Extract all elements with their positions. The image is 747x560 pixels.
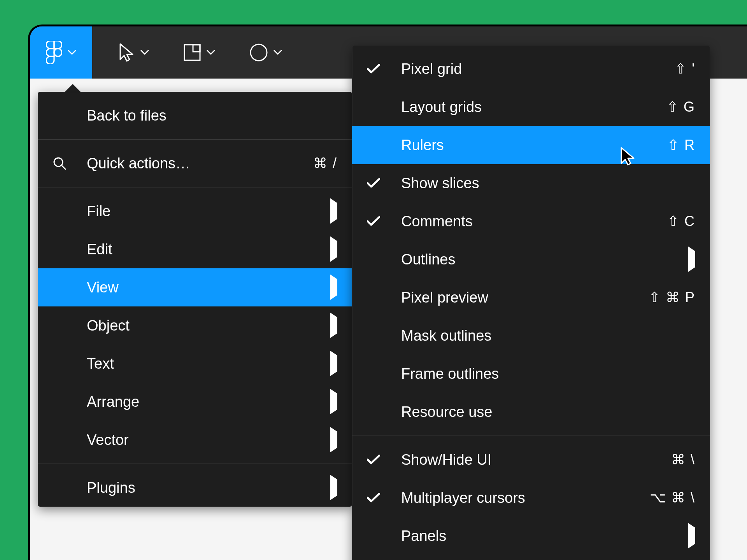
menu-divider: [38, 139, 352, 140]
menu-divider: [38, 464, 352, 464]
submenu-arrow-icon: [330, 203, 337, 219]
chevron-down-icon: [140, 50, 149, 55]
menu-item-label: Resource use: [401, 404, 695, 420]
menu-item-shortcut: ⇧ G: [666, 99, 695, 115]
ellipse-icon: [249, 43, 268, 62]
main-menu: Back to files Quick actions… ⌘ / FileEdi…: [38, 92, 352, 507]
submenu-item-show-hide-ui[interactable]: Show/Hide UI⌘ \: [352, 441, 710, 479]
submenu-arrow-icon: [330, 279, 337, 296]
app-window: Back to files Quick actions… ⌘ / FileEdi…: [28, 24, 747, 560]
menu-item-shortcut: ⌘ \: [671, 452, 695, 468]
menu-item-shortcut: ⌘ /: [313, 155, 337, 172]
shape-tool-button[interactable]: [239, 26, 292, 79]
menu-item-view[interactable]: View: [38, 268, 352, 306]
menu-item-label: File: [87, 203, 330, 220]
menu-item-label: Pixel preview: [401, 289, 649, 306]
menu-item-shortcut: ⇧ ⌘ P: [649, 289, 695, 306]
check-icon: [367, 64, 401, 74]
submenu-item-layout-grids[interactable]: Layout grids⇧ G: [352, 88, 710, 126]
chevron-down-icon: [68, 50, 76, 55]
view-submenu: Pixel grid⇧ 'Layout grids⇧ GRulers⇧ RSho…: [352, 45, 710, 560]
submenu-arrow-icon: [330, 480, 337, 496]
submenu-item-resource-use[interactable]: Resource use: [352, 393, 710, 431]
menu-item-label: Multiplayer cursors: [401, 490, 650, 506]
submenu-item-panels[interactable]: Panels: [352, 517, 710, 555]
mouse-cursor-icon: [620, 147, 637, 169]
chevron-down-icon: [274, 50, 282, 55]
menu-item-edit[interactable]: Edit: [38, 230, 352, 268]
menu-item-label: Show slices: [401, 175, 695, 192]
submenu-item-show-slices[interactable]: Show slices: [352, 164, 710, 202]
menu-item-label: Layout grids: [401, 99, 666, 116]
submenu-arrow-icon: [330, 317, 337, 334]
menu-item-label: Edit: [87, 241, 330, 258]
svg-rect-1: [193, 45, 200, 52]
menu-item-file[interactable]: File: [38, 192, 352, 230]
menu-divider: [352, 436, 710, 436]
menu-item-vector[interactable]: Vector: [38, 421, 352, 459]
menu-item-label: View: [87, 279, 330, 296]
menu-item-label: Plugins: [87, 480, 330, 496]
menu-item-shortcut: ⌥ ⌘ \: [650, 490, 695, 506]
check-icon: [367, 216, 401, 226]
menu-item-back-to-files[interactable]: Back to files: [38, 96, 352, 135]
submenu-item-multiplayer-cursors[interactable]: Multiplayer cursors⌥ ⌘ \: [352, 479, 710, 517]
frame-icon: [183, 44, 201, 61]
submenu-arrow-icon: [330, 355, 337, 372]
submenu-arrow-icon: [688, 251, 695, 268]
menu-item-label: Mask outlines: [401, 327, 695, 344]
figma-menu-button[interactable]: [30, 26, 92, 79]
menu-item-label: Back to files: [87, 107, 337, 124]
submenu-item-frame-outlines[interactable]: Frame outlines: [352, 355, 710, 393]
frame-tool-button[interactable]: [173, 26, 225, 79]
svg-point-3: [54, 158, 63, 166]
figma-logo-icon: [46, 41, 62, 64]
submenu-item-rulers[interactable]: Rulers⇧ R: [352, 126, 710, 164]
menu-item-text[interactable]: Text: [38, 345, 352, 383]
menu-item-label: Arrange: [87, 394, 330, 410]
submenu-arrow-icon: [330, 241, 337, 257]
menu-item-label: Comments: [401, 213, 667, 230]
svg-line-4: [62, 166, 66, 170]
menu-divider: [38, 187, 352, 187]
submenu-item-pixel-grid[interactable]: Pixel grid⇧ ': [352, 50, 710, 88]
submenu-arrow-icon: [688, 528, 695, 544]
menu-item-shortcut: ⇧ R: [667, 137, 695, 153]
menu-item-arrange[interactable]: Arrange: [38, 383, 352, 421]
check-icon: [367, 178, 401, 188]
submenu-arrow-icon: [330, 432, 337, 448]
menu-item-plugins[interactable]: Plugins: [38, 469, 352, 507]
check-icon: [367, 493, 401, 503]
menu-item-label: Pixel grid: [401, 61, 675, 77]
search-icon: [53, 156, 87, 170]
move-tool-button[interactable]: [109, 26, 159, 79]
menu-item-shortcut: ⇧ ': [675, 61, 695, 77]
submenu-item-mask-outlines[interactable]: Mask outlines: [352, 317, 710, 355]
menu-item-label: Panels: [401, 528, 688, 544]
menu-item-object[interactable]: Object: [38, 306, 352, 345]
menu-item-label: Quick actions…: [87, 155, 313, 172]
svg-rect-0: [184, 45, 200, 60]
menu-item-label: Show/Hide UI: [401, 452, 671, 468]
submenu-item-outlines[interactable]: Outlines: [352, 240, 710, 278]
menu-item-label: Outlines: [401, 251, 688, 268]
menu-item-label: Text: [87, 355, 330, 372]
menu-item-label: Object: [87, 317, 330, 334]
check-icon: [367, 455, 401, 465]
menu-item-label: Vector: [87, 432, 330, 448]
menu-item-label: Frame outlines: [401, 366, 695, 382]
svg-point-2: [251, 44, 267, 61]
menu-item-quick-actions[interactable]: Quick actions… ⌘ /: [38, 144, 352, 182]
submenu-item-comments[interactable]: Comments⇧ C: [352, 202, 710, 240]
cursor-arrow-icon: [119, 43, 135, 62]
submenu-arrow-icon: [330, 394, 337, 410]
menu-item-shortcut: ⇧ C: [667, 213, 695, 229]
submenu-item-pixel-preview[interactable]: Pixel preview⇧ ⌘ P: [352, 278, 710, 317]
chevron-down-icon: [207, 50, 215, 55]
